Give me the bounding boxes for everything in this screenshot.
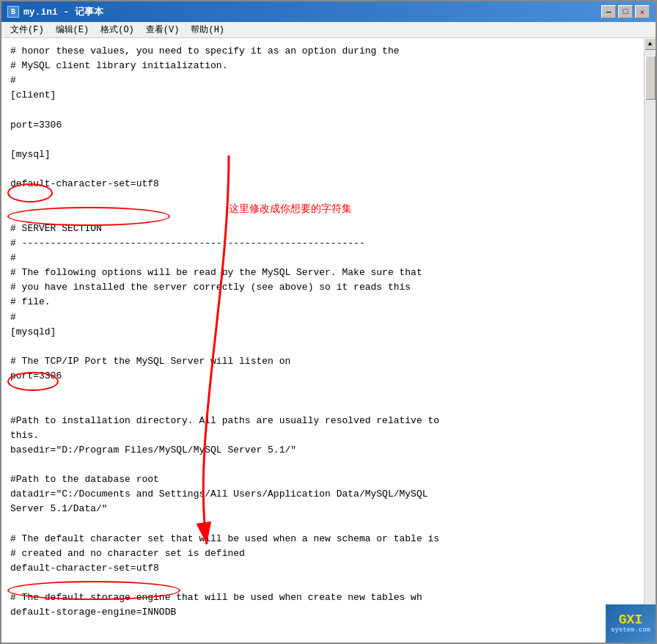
text-editor[interactable]: # honor these values, you need to specif… xyxy=(1,38,644,643)
menu-help[interactable]: 帮助(H) xyxy=(185,22,230,37)
title-bar: B my.ini - 记事本 — □ ✕ xyxy=(1,1,656,22)
scrollbar-thumb[interactable] xyxy=(645,56,656,100)
notepad-window: B my.ini - 记事本 — □ ✕ 文件(F) 编辑(E) 格式(O) 查… xyxy=(0,0,657,644)
close-button[interactable]: ✕ xyxy=(635,5,650,18)
scrollbar[interactable]: ▲ ▼ xyxy=(644,38,656,643)
maximize-button[interactable]: □ xyxy=(618,5,633,18)
window-title: my.ini - 记事本 xyxy=(23,5,103,18)
title-buttons: — □ ✕ xyxy=(601,5,650,18)
minimize-button[interactable]: — xyxy=(601,5,616,18)
title-bar-left: B my.ini - 记事本 xyxy=(7,5,103,18)
menu-format[interactable]: 格式(O) xyxy=(95,22,140,37)
app-icon: B xyxy=(7,6,19,18)
menu-file[interactable]: 文件(F) xyxy=(4,22,50,37)
menu-bar: 文件(F) 编辑(E) 格式(O) 查看(V) 帮助(H) xyxy=(1,22,656,38)
scroll-up-arrow[interactable]: ▲ xyxy=(645,38,656,50)
content-area: # honor these values, you need to specif… xyxy=(1,38,656,643)
menu-edit[interactable]: 编辑(E) xyxy=(50,22,95,37)
scrollbar-track xyxy=(645,50,656,631)
scroll-down-arrow[interactable]: ▼ xyxy=(645,631,656,643)
menu-view[interactable]: 查看(V) xyxy=(140,22,186,37)
